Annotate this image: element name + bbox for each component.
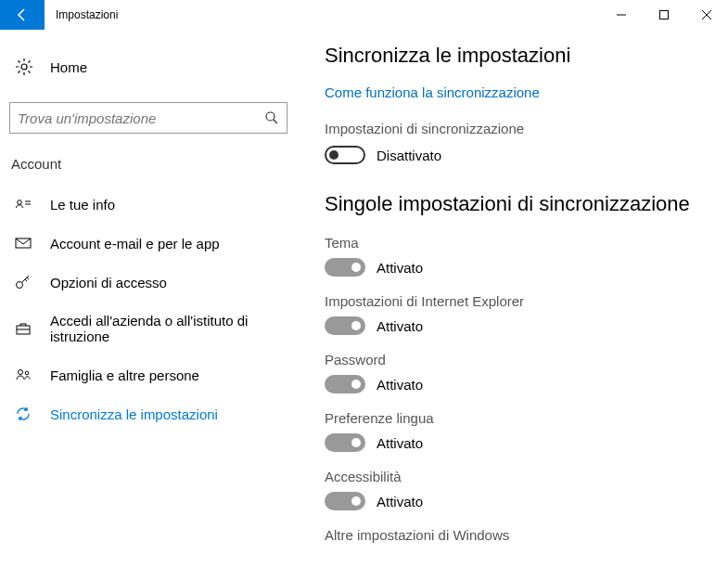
toggle-status: Attivato <box>377 494 423 509</box>
sync-settings-status: Disattivato <box>377 148 441 163</box>
footer-label: Altre impostazioni di Windows <box>325 527 709 543</box>
minimize-button[interactable] <box>600 0 643 30</box>
key-icon <box>15 274 32 290</box>
toggle-label-lang: Preferenze lingua <box>325 410 709 426</box>
sidebar-item-label: Sincronizza le impostazioni <box>50 406 218 422</box>
toggle-password[interactable] <box>325 375 365 393</box>
svg-rect-1 <box>660 11 669 19</box>
sync-settings-label: Impostazioni di sincronizzazione <box>325 121 709 136</box>
back-button[interactable] <box>0 0 45 30</box>
toggle-lang[interactable] <box>325 433 365 452</box>
toggle-status: Attivato <box>377 435 423 451</box>
sync-icon <box>15 406 32 422</box>
toggle-status: Attivato <box>377 377 423 393</box>
toggle-ie[interactable] <box>325 316 365 335</box>
close-button[interactable] <box>685 0 728 30</box>
person-card-icon <box>15 196 32 213</box>
svg-point-9 <box>17 282 23 289</box>
sync-help-link[interactable]: Come funziona la sincronizzazione <box>325 84 540 100</box>
gear-icon <box>15 58 33 76</box>
svg-point-3 <box>266 112 275 121</box>
people-icon <box>15 367 32 383</box>
home-nav[interactable]: Home <box>9 48 287 85</box>
toggle-status: Attivato <box>377 318 423 334</box>
search-icon <box>264 110 279 125</box>
sidebar-item-family[interactable]: Famiglia e altre persone <box>9 355 287 394</box>
page-heading: Sincronizza le impostazioni <box>325 44 709 68</box>
search-input[interactable] <box>9 102 287 134</box>
svg-point-2 <box>21 64 27 70</box>
sidebar-item-signin[interactable]: Opzioni di accesso <box>9 263 287 302</box>
titlebar: Impostazioni <box>0 0 728 30</box>
section-heading: Singole impostazioni di sincronizzazione <box>325 192 709 216</box>
toggle-label-password: Password <box>325 352 709 367</box>
sidebar-item-sync[interactable]: Sincronizza le impostazioni <box>9 394 287 433</box>
sidebar-item-label: Opzioni di accesso <box>50 275 167 290</box>
briefcase-icon <box>15 320 32 337</box>
sidebar-item-label: Le tue info <box>50 197 115 213</box>
svg-line-4 <box>274 120 277 123</box>
svg-point-12 <box>25 371 29 375</box>
sidebar-item-label: Accedi all'azienda o all'istituto di ist… <box>50 313 282 344</box>
search-field[interactable] <box>18 110 264 126</box>
toggle-label-ie: Impostazioni di Internet Explorer <box>325 293 709 309</box>
window-title: Impostazioni <box>45 8 600 21</box>
toggle-label-theme: Tema <box>325 235 709 251</box>
svg-point-11 <box>19 370 23 375</box>
sidebar-item-label: Famiglia e altre persone <box>50 367 199 383</box>
toggle-label-accessibility: Accessibilità <box>325 469 709 484</box>
maximize-button[interactable] <box>643 0 685 30</box>
window-controls <box>600 0 728 30</box>
sidebar-section-account: Account <box>9 156 287 185</box>
toggle-status: Attivato <box>377 260 423 276</box>
home-label: Home <box>50 59 87 75</box>
content-pane: Sincronizza le impostazioni Come funzion… <box>297 30 728 580</box>
svg-point-5 <box>18 200 22 205</box>
sidebar-item-label: Account e-mail e per le app <box>50 236 220 251</box>
sidebar: Home Account Le tue info Account e-mail … <box>0 30 297 580</box>
toggle-accessibility[interactable] <box>325 492 365 510</box>
mail-icon <box>15 235 32 251</box>
toggle-theme[interactable] <box>325 258 365 277</box>
sidebar-item-your-info[interactable]: Le tue info <box>9 185 287 224</box>
sidebar-item-work[interactable]: Accedi all'azienda o all'istituto di ist… <box>9 302 287 355</box>
sync-settings-toggle[interactable] <box>325 146 365 164</box>
sidebar-item-email[interactable]: Account e-mail e per le app <box>9 224 287 263</box>
